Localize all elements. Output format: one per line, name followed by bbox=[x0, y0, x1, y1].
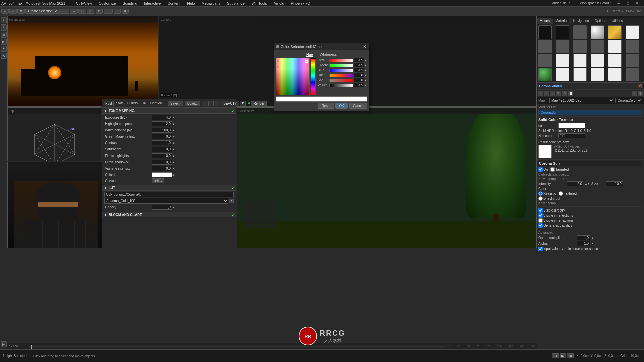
close-btn[interactable]: ✕ bbox=[636, 1, 639, 5]
play-btn[interactable]: ▶ bbox=[560, 353, 566, 358]
blue-slider[interactable] bbox=[329, 69, 353, 72]
generates-caustics-label[interactable]: Generates caustics bbox=[538, 223, 642, 228]
sat-input[interactable] bbox=[354, 78, 364, 82]
menu-interactive[interactable]: Interactive bbox=[144, 1, 161, 5]
saturation-input[interactable] bbox=[152, 147, 172, 152]
mat-put-btn[interactable]: ↑ bbox=[550, 90, 555, 96]
box-btn[interactable]: □ bbox=[96, 9, 103, 14]
generates-caustics-checkbox[interactable] bbox=[538, 223, 543, 228]
mat-reset-btn[interactable]: ⟳ bbox=[556, 90, 561, 96]
targeted-checkbox[interactable] bbox=[550, 167, 555, 172]
mat-tab-navigation[interactable]: Navigation bbox=[571, 18, 592, 24]
white-balance-arrow[interactable]: ▲ bbox=[172, 129, 175, 132]
hue-bar[interactable] bbox=[311, 58, 316, 95]
swatch-0[interactable] bbox=[538, 25, 552, 39]
targeted-checkbox-label[interactable]: Targeted bbox=[550, 167, 569, 172]
realistic-label-row[interactable]: Realistic bbox=[538, 191, 556, 196]
swatch-18[interactable] bbox=[538, 68, 552, 81]
output-mult-stepper[interactable]: ▲ bbox=[591, 236, 594, 239]
cancel-btn[interactable]: Cancel bbox=[349, 103, 367, 109]
mat-tab-utilities[interactable]: Utilities bbox=[609, 18, 626, 24]
menu-substance[interactable]: Substance bbox=[227, 1, 245, 5]
exposure-input[interactable] bbox=[152, 115, 172, 120]
swatch-16[interactable] bbox=[608, 54, 622, 67]
selection-set-btn[interactable]: Create Selection Se... bbox=[25, 9, 69, 14]
scale-btn[interactable]: ⤢ bbox=[87, 9, 94, 14]
green-magenta-input[interactable] bbox=[152, 134, 172, 139]
sphere-btn[interactable]: ○ bbox=[114, 9, 121, 14]
filmic-shadows-arrow[interactable]: ▲ bbox=[172, 161, 175, 164]
curves-edit-btn[interactable]: Edit... bbox=[152, 178, 164, 183]
alpha-input[interactable] bbox=[577, 241, 590, 246]
swatch-2[interactable] bbox=[573, 25, 587, 39]
opacity-input[interactable] bbox=[152, 205, 172, 210]
menu-help[interactable]: Help bbox=[187, 1, 195, 5]
grid-btn[interactable]: # bbox=[122, 9, 129, 14]
visible-refractions-label[interactable]: Visible in refractions bbox=[538, 218, 642, 223]
visible-directly-label[interactable]: Visible directly bbox=[538, 208, 642, 213]
mat-tab-options[interactable]: Options bbox=[592, 18, 609, 24]
viewport-top-left[interactable]: Perspective bbox=[7, 16, 158, 107]
prev-frame-btn[interactable]: ⏮ bbox=[552, 353, 559, 358]
minimize-btn[interactable]: ─ bbox=[618, 1, 620, 5]
visible-refractions-checkbox[interactable] bbox=[538, 218, 543, 223]
mat-get-btn[interactable]: ↓ bbox=[544, 90, 549, 96]
tab-dr[interactable]: DR bbox=[140, 101, 148, 106]
vignette-arrow[interactable]: ▲ bbox=[172, 167, 175, 170]
swatch-3[interactable] bbox=[591, 25, 604, 39]
linear-color-checkbox[interactable] bbox=[538, 247, 543, 251]
modify-icon[interactable]: ✎ bbox=[1, 24, 7, 31]
mat-tab-modes[interactable]: Modes bbox=[537, 18, 553, 24]
green-magenta-arrow[interactable]: ▲ bbox=[172, 135, 175, 138]
exposure-arrow-up[interactable]: ▲ bbox=[172, 116, 175, 119]
textured-label-row[interactable]: Textured bbox=[559, 191, 577, 196]
menu-megascans[interactable]: Megascans bbox=[202, 1, 220, 5]
color-tint-arrow[interactable]: ▲ bbox=[172, 173, 175, 176]
filmic-shadows-input[interactable] bbox=[152, 160, 172, 165]
white-balance-input[interactable] bbox=[152, 128, 172, 133]
menu-ctrlview[interactable]: Ctrl+View bbox=[76, 1, 92, 5]
rotate-btn[interactable]: ↻ bbox=[78, 9, 86, 14]
move-btn[interactable]: ↔ bbox=[70, 9, 78, 14]
red-up-arrow[interactable]: ▲ bbox=[364, 59, 367, 62]
select-btn[interactable]: ⊕ bbox=[17, 9, 25, 14]
swatch-7[interactable] bbox=[556, 40, 569, 53]
mat-paste-btn[interactable]: 📋 bbox=[568, 90, 573, 96]
blue-input[interactable] bbox=[354, 68, 364, 72]
map-path-select[interactable]: Map #21380624820 bbox=[549, 98, 614, 103]
menu-customize[interactable]: Customize bbox=[99, 1, 116, 5]
swatch-11[interactable] bbox=[626, 40, 639, 53]
swatch-13[interactable] bbox=[556, 54, 569, 67]
timeline-bar[interactable]: 0 / 100 15255075100200300400500 bbox=[7, 343, 537, 349]
visible-reflections-checkbox[interactable] bbox=[538, 213, 543, 218]
timeline-track[interactable] bbox=[30, 346, 446, 347]
mat-new-btn[interactable]: + bbox=[538, 90, 543, 96]
lut-header[interactable]: ▼ LUT ✓ bbox=[102, 185, 236, 191]
swatch-20[interactable] bbox=[573, 68, 587, 81]
color-tint-swatch[interactable] bbox=[152, 172, 172, 177]
green-input[interactable] bbox=[354, 63, 364, 67]
direct-input-label[interactable]: Direct input bbox=[538, 196, 560, 201]
filmic-highlights-arrow[interactable]: ▲ bbox=[172, 154, 175, 157]
visible-reflections-label[interactable]: Visible in reflections bbox=[538, 213, 642, 218]
bloom-glare-header[interactable]: ▼ BLOOM AND GLARE ✓ bbox=[102, 212, 236, 217]
menu-phoenix[interactable]: Phoenix FD bbox=[291, 1, 310, 5]
opacity-arrow[interactable]: ▲ bbox=[172, 206, 175, 209]
hierarchy-icon[interactable]: ⊞ bbox=[1, 32, 7, 38]
dialog-close-btn[interactable]: ✕ bbox=[362, 44, 367, 49]
mat-view-btn[interactable]: ≡ bbox=[632, 90, 637, 96]
swatch-19[interactable] bbox=[556, 68, 569, 81]
swatch-10[interactable] bbox=[608, 40, 622, 53]
swatch-5[interactable] bbox=[626, 25, 639, 39]
menu-sni[interactable]: SNI Tools bbox=[251, 1, 267, 5]
vignette-input[interactable] bbox=[152, 166, 172, 171]
save-btn[interactable]: Save... bbox=[168, 101, 183, 106]
tab-whiteness[interactable]: Whiteness bbox=[320, 52, 337, 57]
swatch-8[interactable] bbox=[573, 40, 587, 53]
filmic-highlights-input[interactable] bbox=[152, 153, 172, 158]
swatch-12[interactable] bbox=[538, 54, 552, 67]
tone-mapping-header[interactable]: ▼ TONE MAPPING ✓ bbox=[102, 108, 236, 114]
visible-directly-checkbox[interactable] bbox=[538, 208, 543, 213]
lut-dropdown-btn[interactable]: ▼ bbox=[229, 199, 234, 203]
ok-btn[interactable]: OK bbox=[335, 103, 347, 109]
